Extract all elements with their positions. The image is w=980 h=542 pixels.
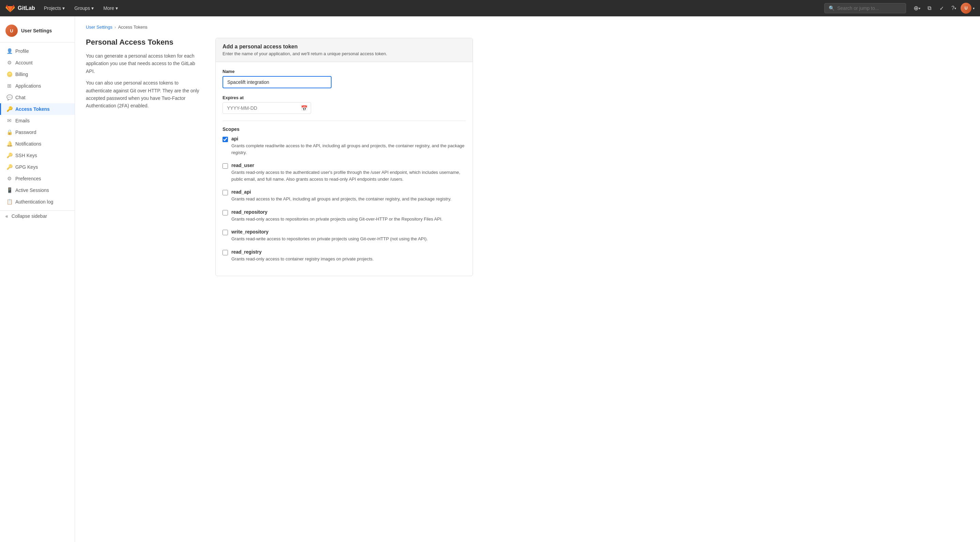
sidebar-item-label-active-sessions: Active Sessions: [15, 188, 49, 193]
avatar-chevron-icon: ▾: [973, 6, 975, 10]
collapse-sidebar-button[interactable]: « Collapse sidebar: [0, 210, 75, 222]
sidebar-user-label: User Settings: [21, 28, 52, 33]
sidebar: U User Settings 👤 Profile ⚙ Account 🪙 Bi…: [0, 16, 75, 542]
plus-chevron-icon: ▾: [919, 6, 920, 10]
main-content: User Settings › Access Tokens Personal A…: [75, 16, 484, 542]
chevron-left-icon: «: [5, 214, 8, 219]
search-input[interactable]: [837, 5, 902, 11]
collapse-sidebar-label: Collapse sidebar: [11, 214, 47, 219]
sidebar-item-active-sessions[interactable]: 📱 Active Sessions: [0, 185, 75, 196]
scope-checkbox-read-user[interactable]: [223, 163, 228, 169]
more-chevron-icon: ▾: [116, 5, 118, 11]
help-button[interactable]: ? ▾: [948, 3, 959, 14]
sidebar-user-header: U User Settings: [0, 22, 75, 43]
more-menu[interactable]: More ▾: [100, 4, 121, 12]
scope-desc-read-repository: Grants read-only access to repositories …: [231, 216, 442, 223]
scope-info-read-user: read_user Grants read-only access to the…: [231, 163, 466, 182]
scope-checkbox-api[interactable]: [223, 137, 228, 142]
page-description-column: Personal Access Tokens You can generate …: [86, 38, 202, 114]
help-chevron-icon: ▾: [955, 6, 956, 10]
sidebar-item-label-emails: Emails: [15, 118, 30, 123]
top-navigation: GitLab Projects ▾ Groups ▾ More ▾ 🔍 ⊕ ▾ …: [0, 0, 980, 16]
sidebar-item-label-access-tokens: Access Tokens: [15, 106, 50, 112]
scope-name-write-repository: write_repository: [231, 229, 428, 234]
scope-checkbox-read-repository[interactable]: [223, 210, 228, 215]
sidebar-item-password[interactable]: 🔒 Password: [0, 126, 75, 138]
access-tokens-icon: 🔑: [6, 106, 12, 112]
sidebar-item-access-tokens[interactable]: 🔑 Access Tokens: [0, 103, 75, 115]
todo-icon: ✓: [939, 5, 944, 11]
scope-item-read-registry: read_registry Grants read-only access to…: [223, 249, 466, 263]
sidebar-item-profile[interactable]: 👤 Profile: [0, 45, 75, 57]
sidebar-item-auth-log[interactable]: 📋 Authentication log: [0, 196, 75, 207]
scope-name-read-repository: read_repository: [231, 209, 442, 215]
sidebar-item-label-password: Password: [15, 129, 36, 135]
scope-desc-read-api: Grants read access to the API, including…: [231, 196, 452, 202]
description-paragraph-2: You can also use personal access tokens …: [86, 79, 202, 110]
content-grid: Personal Access Tokens You can generate …: [86, 38, 473, 276]
sidebar-avatar: U: [5, 24, 18, 37]
scope-checkbox-read-registry[interactable]: [223, 250, 228, 255]
scope-info-api: api Grants complete read/write access to…: [231, 136, 466, 156]
gitlab-logo[interactable]: GitLab: [5, 3, 35, 13]
projects-menu[interactable]: Projects ▾: [41, 4, 68, 12]
plus-icon: ⊕: [913, 5, 919, 12]
sidebar-item-applications[interactable]: ⊞ Applications: [0, 80, 75, 92]
page-title: Personal Access Tokens: [86, 38, 202, 47]
scope-item-api: api Grants complete read/write access to…: [223, 136, 466, 156]
scopes-label: Scopes: [223, 126, 466, 132]
scope-item-read-user: read_user Grants read-only access to the…: [223, 163, 466, 182]
scope-name-read-user: read_user: [231, 163, 466, 168]
sidebar-item-notifications[interactable]: 🔔 Notifications: [0, 138, 75, 150]
date-input-wrapper: 📅: [223, 102, 311, 114]
scope-checkbox-write-repository[interactable]: [223, 230, 228, 235]
todos-button[interactable]: ✓: [936, 3, 947, 14]
token-name-input[interactable]: [223, 76, 332, 88]
sidebar-item-label-account: Account: [15, 60, 33, 65]
emails-icon: ✉: [6, 118, 12, 124]
profile-icon: 👤: [6, 48, 12, 54]
topnav-icon-group: ⊕ ▾ ⧉ ✓ ? ▾ U ▾: [912, 3, 975, 14]
breadcrumb: User Settings › Access Tokens: [86, 24, 473, 30]
scope-info-write-repository: write_repository Grants read-write acces…: [231, 229, 428, 242]
sidebar-item-gpg-keys[interactable]: 🔑 GPG Keys: [0, 161, 75, 173]
form-body: Name Expires at 📅 Scopes: [216, 62, 473, 276]
sidebar-item-label-preferences: Preferences: [15, 176, 41, 181]
sidebar-item-label-profile: Profile: [15, 48, 29, 54]
help-icon: ?: [951, 5, 955, 11]
groups-menu[interactable]: Groups ▾: [71, 4, 97, 12]
sidebar-item-chat[interactable]: 💬 Chat: [0, 92, 75, 103]
create-new-button[interactable]: ⊕ ▾: [912, 3, 923, 14]
scope-item-read-api: read_api Grants read access to the API, …: [223, 189, 466, 202]
scope-desc-read-registry: Grants read-only access to container reg…: [231, 256, 374, 263]
notifications-icon: 🔔: [6, 141, 12, 147]
scope-name-read-api: read_api: [231, 189, 452, 194]
active-sessions-icon: 📱: [6, 187, 12, 193]
chat-icon: 💬: [6, 94, 12, 100]
user-avatar-button[interactable]: U: [961, 3, 972, 14]
expires-date-input[interactable]: [223, 102, 311, 114]
sidebar-item-emails[interactable]: ✉ Emails: [0, 115, 75, 126]
scope-checkbox-read-api[interactable]: [223, 190, 228, 195]
projects-chevron-icon: ▾: [62, 5, 65, 11]
sidebar-item-label-gpg-keys: GPG Keys: [15, 164, 38, 170]
preferences-icon: ⚙: [6, 175, 12, 182]
form-header: Add a personal access token Enter the na…: [216, 38, 473, 62]
scope-info-read-repository: read_repository Grants read-only access …: [231, 209, 442, 223]
sidebar-item-billing[interactable]: 🪙 Billing: [0, 69, 75, 80]
scope-item-write-repository: write_repository Grants read-write acces…: [223, 229, 466, 242]
name-label: Name: [223, 69, 466, 74]
gitlab-wordmark: GitLab: [18, 5, 35, 11]
scope-desc-api: Grants complete read/write access to the…: [231, 142, 466, 156]
search-icon: 🔍: [829, 5, 835, 11]
page-layout: U User Settings 👤 Profile ⚙ Account 🪙 Bi…: [0, 16, 980, 542]
merge-requests-button[interactable]: ⧉: [924, 3, 935, 14]
sidebar-item-account[interactable]: ⚙ Account: [0, 57, 75, 69]
breadcrumb-parent[interactable]: User Settings: [86, 24, 113, 30]
search-bar[interactable]: 🔍: [824, 3, 906, 13]
auth-log-icon: 📋: [6, 199, 12, 205]
sidebar-item-label-chat: Chat: [15, 95, 25, 100]
scope-name-read-registry: read_registry: [231, 249, 374, 255]
sidebar-item-preferences[interactable]: ⚙ Preferences: [0, 173, 75, 185]
sidebar-item-ssh-keys[interactable]: 🔑 SSH Keys: [0, 150, 75, 161]
